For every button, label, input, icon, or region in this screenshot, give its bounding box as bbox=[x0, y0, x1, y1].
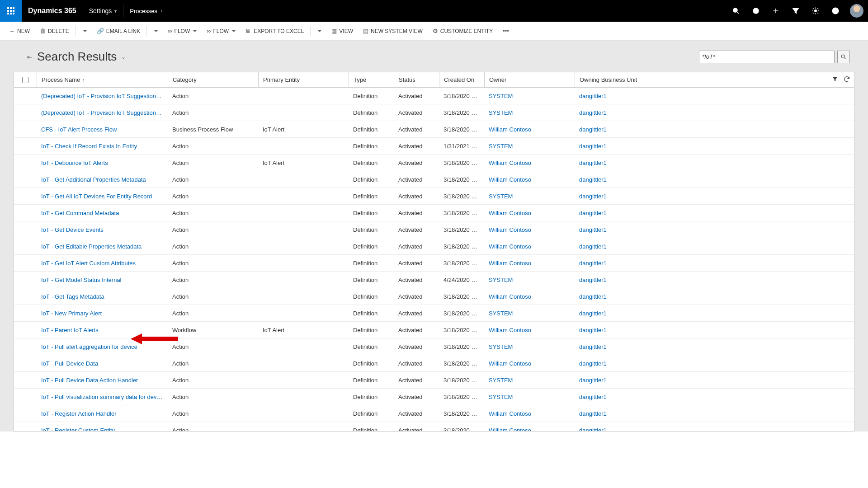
export-excel-button[interactable]: 🗎EXPORT TO EXCEL bbox=[241, 22, 308, 40]
customize-entity-button[interactable]: ⚙CUSTOMIZE ENTITY bbox=[428, 22, 497, 40]
table-row[interactable]: IoT - Get Editable Properties MetadataAc… bbox=[14, 238, 854, 255]
table-row[interactable]: IoT - New Primary AlertActionDefinitionA… bbox=[14, 305, 854, 322]
table-row[interactable]: IoT - Parent IoT AlertsWorkflowIoT Alert… bbox=[14, 322, 854, 338]
process-name-link[interactable]: IoT - Get Model Status Internal bbox=[37, 277, 168, 283]
app-launcher-button[interactable] bbox=[0, 0, 22, 22]
table-row[interactable]: IoT - Pull visualization summary data fo… bbox=[14, 389, 854, 405]
process-name-link[interactable]: IoT - Register Custom Entity bbox=[37, 427, 168, 432]
owner-link[interactable]: William Contoso bbox=[484, 243, 575, 250]
table-row[interactable]: IoT - Register Custom EntityActionDefini… bbox=[14, 422, 854, 431]
owner-link[interactable]: William Contoso bbox=[484, 210, 575, 216]
pin-icon[interactable]: ⇤ bbox=[27, 53, 33, 61]
obu-link[interactable]: dangittler1 bbox=[575, 377, 665, 384]
settings-icon[interactable] bbox=[806, 0, 826, 22]
select-all-checkbox[interactable] bbox=[14, 72, 37, 87]
search-icon[interactable] bbox=[726, 0, 746, 22]
col-owner[interactable]: Owner bbox=[484, 72, 575, 87]
more-commands-button[interactable]: ••• bbox=[498, 22, 514, 40]
owner-link[interactable]: SYSTEM bbox=[484, 93, 575, 99]
table-row[interactable]: IoT - Get Command MetadataActionDefiniti… bbox=[14, 205, 854, 221]
obu-link[interactable]: dangittler1 bbox=[575, 394, 665, 400]
process-name-link[interactable]: IoT - Get Editable Properties Metadata bbox=[37, 243, 168, 250]
table-row[interactable]: IoT - Get IoT Alert Custom AttributesAct… bbox=[14, 255, 854, 272]
obu-link[interactable]: dangittler1 bbox=[575, 176, 665, 183]
owner-link[interactable]: SYSTEM bbox=[484, 394, 575, 400]
owner-link[interactable]: SYSTEM bbox=[484, 277, 575, 283]
table-row[interactable]: CFS - IoT Alert Process FlowBusiness Pro… bbox=[14, 121, 854, 138]
obu-link[interactable]: dangittler1 bbox=[575, 226, 665, 233]
delete-button[interactable]: 🗑DELETE bbox=[35, 22, 74, 40]
table-row[interactable]: IoT - Get Device EventsActionDefinitionA… bbox=[14, 221, 854, 238]
owner-link[interactable]: SYSTEM bbox=[484, 310, 575, 317]
process-name-link[interactable]: IoT - Get All IoT Devices For Entity Rec… bbox=[37, 193, 168, 200]
owner-link[interactable]: SYSTEM bbox=[484, 143, 575, 150]
recent-icon[interactable] bbox=[746, 0, 766, 22]
col-status[interactable]: Status bbox=[394, 72, 439, 87]
filter-icon[interactable] bbox=[786, 0, 806, 22]
table-row[interactable]: (Deprecated) IoT - Provision IoT Suggest… bbox=[14, 88, 854, 104]
obu-link[interactable]: dangittler1 bbox=[575, 193, 665, 200]
owner-link[interactable]: William Contoso bbox=[484, 293, 575, 300]
obu-link[interactable]: dangittler1 bbox=[575, 126, 665, 133]
obu-link[interactable]: dangittler1 bbox=[575, 93, 665, 99]
process-name-link[interactable]: IoT - New Primary Alert bbox=[37, 310, 168, 317]
table-row[interactable]: IoT - Get Tags MetadataActionDefinitionA… bbox=[14, 288, 854, 305]
user-avatar[interactable] bbox=[850, 4, 863, 18]
help-icon[interactable] bbox=[826, 0, 845, 22]
col-type[interactable]: Type bbox=[349, 72, 394, 87]
add-icon[interactable] bbox=[766, 0, 786, 22]
obu-link[interactable]: dangittler1 bbox=[575, 277, 665, 283]
view-selector-caret[interactable]: ⌄ bbox=[121, 54, 126, 60]
flow-button-1[interactable]: ∞FLOW bbox=[163, 22, 201, 40]
obu-link[interactable]: dangittler1 bbox=[575, 427, 665, 432]
owner-link[interactable]: William Contoso bbox=[484, 327, 575, 333]
table-row[interactable]: IoT - Pull Device DataActionDefinitionAc… bbox=[14, 355, 854, 372]
process-name-link[interactable]: CFS - IoT Alert Process Flow bbox=[37, 126, 168, 133]
obu-link[interactable]: dangittler1 bbox=[575, 343, 665, 350]
obu-link[interactable]: dangittler1 bbox=[575, 310, 665, 317]
subarea-link[interactable]: Processes › bbox=[123, 8, 169, 14]
email-link-button[interactable]: 🔗EMAIL A LINK bbox=[92, 22, 145, 40]
grid-search-input[interactable] bbox=[699, 51, 835, 63]
process-name-link[interactable]: IoT - Pull Device Data Action Handler bbox=[37, 377, 168, 384]
table-row[interactable]: IoT - Debounce IoT AlertsActionIoT Alert… bbox=[14, 155, 854, 171]
obu-link[interactable]: dangittler1 bbox=[575, 327, 665, 333]
obu-link[interactable]: dangittler1 bbox=[575, 160, 665, 166]
delete-dropdown[interactable] bbox=[78, 22, 91, 40]
obu-link[interactable]: dangittler1 bbox=[575, 109, 665, 116]
process-name-link[interactable]: IoT - Pull alert aggregation for device bbox=[37, 343, 168, 350]
process-name-link[interactable]: IoT - Get IoT Alert Custom Attributes bbox=[37, 260, 168, 267]
owner-link[interactable]: William Contoso bbox=[484, 360, 575, 367]
table-row[interactable]: IoT - Get Additional Properties Metadata… bbox=[14, 171, 854, 188]
process-name-link[interactable]: IoT - Get Command Metadata bbox=[37, 210, 168, 216]
obu-link[interactable]: dangittler1 bbox=[575, 210, 665, 216]
process-name-link[interactable]: IoT - Check If Record Exists In Entity bbox=[37, 143, 168, 150]
process-name-link[interactable]: IoT - Pull Device Data bbox=[37, 360, 168, 367]
process-name-link[interactable]: IoT - Parent IoT Alerts bbox=[37, 327, 168, 333]
refresh-icon[interactable] bbox=[843, 75, 850, 84]
col-owning-business-unit[interactable]: Owning Business Unit bbox=[575, 72, 665, 87]
obu-link[interactable]: dangittler1 bbox=[575, 243, 665, 250]
process-name-link[interactable]: (Deprecated) IoT - Provision IoT Suggest… bbox=[37, 93, 168, 99]
col-created-on[interactable]: Created On bbox=[439, 72, 484, 87]
owner-link[interactable]: SYSTEM bbox=[484, 343, 575, 350]
owner-link[interactable]: William Contoso bbox=[484, 427, 575, 432]
owner-link[interactable]: SYSTEM bbox=[484, 193, 575, 200]
owner-link[interactable]: William Contoso bbox=[484, 160, 575, 166]
owner-link[interactable]: William Contoso bbox=[484, 410, 575, 417]
obu-link[interactable]: dangittler1 bbox=[575, 143, 665, 150]
owner-link[interactable]: William Contoso bbox=[484, 260, 575, 267]
area-switcher[interactable]: Settings ▾ bbox=[83, 7, 123, 14]
obu-link[interactable]: dangittler1 bbox=[575, 410, 665, 417]
email-link-dropdown[interactable] bbox=[149, 22, 162, 40]
table-row[interactable]: IoT - Get Model Status InternalActionDef… bbox=[14, 272, 854, 288]
new-system-view-button[interactable]: ▤NEW SYSTEM VIEW bbox=[359, 22, 427, 40]
process-name-link[interactable]: IoT - Get Additional Properties Metadata bbox=[37, 176, 168, 183]
owner-link[interactable]: William Contoso bbox=[484, 126, 575, 133]
process-name-link[interactable]: IoT - Get Tags Metadata bbox=[37, 293, 168, 300]
table-row[interactable]: IoT - Get All IoT Devices For Entity Rec… bbox=[14, 188, 854, 205]
table-row[interactable]: IoT - Pull Device Data Action HandlerAct… bbox=[14, 372, 854, 389]
grid-search-button[interactable] bbox=[837, 51, 850, 63]
obu-link[interactable]: dangittler1 bbox=[575, 293, 665, 300]
process-name-link[interactable]: (Deprecated) IoT - Provision IoT Suggest… bbox=[37, 109, 168, 116]
